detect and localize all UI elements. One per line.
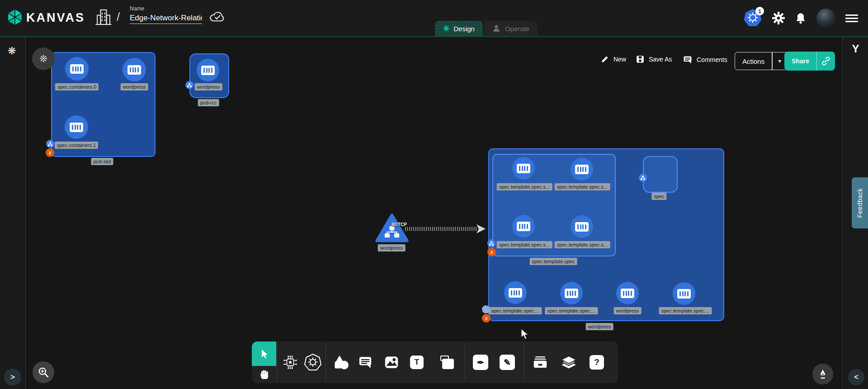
hierarchy-badge-icon[interactable]	[46, 140, 54, 148]
menu-hamburger-icon[interactable]	[845, 13, 858, 24]
error-count-badge[interactable]: 2	[46, 148, 54, 157]
node-label: spec.template.spec.s...	[497, 183, 552, 190]
question-icon: ?	[590, 355, 604, 370]
kubernetes-count-badge: 1	[755, 7, 764, 15]
section-tool-button[interactable]	[440, 355, 455, 370]
select-tool-button[interactable]	[252, 342, 276, 366]
mouse-cursor	[520, 328, 530, 340]
breadcrumb-separator: /	[117, 10, 120, 24]
comment-tool-button[interactable]	[358, 355, 373, 370]
container-icon	[70, 123, 83, 132]
container-icon	[70, 64, 84, 74]
archive-drawer-icon	[532, 355, 549, 370]
shapes-tool-button[interactable]	[333, 354, 349, 370]
freehand-tool-button[interactable]: ✎	[500, 355, 515, 370]
mode-tabs: ❋ Design Operate	[435, 21, 538, 36]
group-label: spec.template.spec	[530, 258, 577, 265]
node-label: wordpress	[195, 83, 222, 90]
actions-dropdown-button[interactable]: Actions ▾	[735, 52, 788, 70]
organization-icon[interactable]	[95, 9, 112, 26]
pen-icon: ✒	[473, 355, 488, 370]
feedback-tab[interactable]: Feedback	[852, 177, 868, 228]
comments-icon	[683, 55, 693, 65]
drawer-button[interactable]	[532, 355, 549, 370]
tab-design-label: Design	[453, 25, 475, 33]
canvas-config-button[interactable]: ❊	[32, 47, 55, 70]
container-node[interactable]	[512, 215, 535, 237]
container-node[interactable]	[571, 158, 593, 180]
shapes-icon	[333, 354, 349, 370]
container-icon	[575, 165, 589, 174]
group-spec[interactable]	[643, 156, 678, 193]
tab-design[interactable]: ❋ Design	[435, 21, 483, 36]
text-tool-button[interactable]: T	[410, 356, 424, 369]
component-library-button[interactable]	[282, 354, 298, 370]
kubernetes-context-button[interactable]: 1	[743, 9, 762, 28]
header-actions: 1	[743, 0, 858, 36]
container-node[interactable]	[512, 157, 535, 180]
kubernetes-tool-button[interactable]	[304, 353, 322, 371]
user-avatar[interactable]	[816, 9, 835, 28]
toolbar-divider	[524, 343, 524, 381]
node-label: spec.containers.0	[55, 83, 99, 90]
design-pen-button[interactable]	[812, 364, 833, 384]
left-rail: ❋ >	[0, 37, 26, 389]
right-rail-y-handle[interactable]: Y	[843, 43, 868, 55]
help-button[interactable]: ?	[590, 355, 604, 370]
hierarchy-badge-icon[interactable]	[185, 81, 193, 89]
pencil-new-icon	[600, 55, 609, 64]
container-node[interactable]	[560, 282, 583, 304]
tab-operate[interactable]: Operate	[484, 21, 538, 36]
error-count-badge[interactable]: 3	[487, 248, 496, 256]
node-label: wordpress	[614, 307, 642, 314]
layers-icon	[561, 354, 577, 370]
container-icon	[201, 66, 215, 75]
tab-operate-label: Operate	[505, 25, 529, 33]
container-icon	[575, 222, 589, 232]
text-icon: T	[410, 356, 424, 369]
floppy-save-icon	[636, 55, 645, 64]
container-node[interactable]	[616, 282, 639, 304]
operate-person-icon	[492, 24, 501, 33]
container-node[interactable]	[65, 57, 89, 81]
comments-button[interactable]: Comments	[683, 55, 727, 65]
image-icon	[383, 354, 400, 370]
meshery-spiral-icon[interactable]: ❋	[8, 45, 16, 57]
new-button[interactable]: New	[600, 55, 626, 64]
container-node[interactable]	[123, 58, 146, 81]
service-node[interactable]	[375, 213, 409, 243]
hierarchy-badge-icon[interactable]	[487, 239, 495, 247]
app-header: KANVAS / Name ❋ Design Operate	[0, 0, 868, 37]
share-button[interactable]: Share	[784, 52, 835, 71]
chevron-left-icon: <	[854, 373, 859, 382]
container-node[interactable]	[504, 281, 527, 304]
image-tool-button[interactable]	[383, 354, 400, 370]
kanvas-logo-icon[interactable]	[6, 9, 24, 26]
layers-button[interactable]	[561, 354, 577, 370]
container-node[interactable]	[197, 59, 219, 81]
chip-icon	[282, 354, 298, 370]
pen-tool-button[interactable]: ✒	[473, 355, 488, 370]
expand-left-panel-button[interactable]: >	[4, 369, 21, 386]
comment-icon	[358, 355, 373, 370]
settings-gear-icon[interactable]	[772, 12, 785, 24]
group-label: pod-rcc	[198, 99, 219, 106]
replica-badge-icon[interactable]	[482, 305, 490, 313]
pan-tool-button[interactable]	[252, 366, 276, 383]
container-node[interactable]	[571, 215, 593, 238]
copy-link-icon[interactable]	[817, 56, 835, 66]
collapse-right-panel-button[interactable]: <	[848, 369, 864, 385]
hierarchy-badge-icon[interactable]	[639, 174, 647, 182]
node-label: wordpress	[121, 83, 148, 90]
notifications-bell-icon[interactable]	[795, 12, 807, 24]
container-node[interactable]	[65, 115, 88, 139]
error-count-badge[interactable]: 3	[482, 314, 491, 323]
toolbar-divider	[465, 343, 465, 381]
snowflake-icon: ❊	[39, 53, 47, 64]
save-as-button[interactable]: Save As	[636, 55, 672, 64]
pencil-scribble-icon: ✎	[500, 355, 515, 370]
design-name-input[interactable]	[130, 13, 202, 24]
container-icon	[517, 222, 530, 231]
zoom-in-button[interactable]	[33, 361, 54, 383]
container-node[interactable]	[673, 282, 695, 305]
